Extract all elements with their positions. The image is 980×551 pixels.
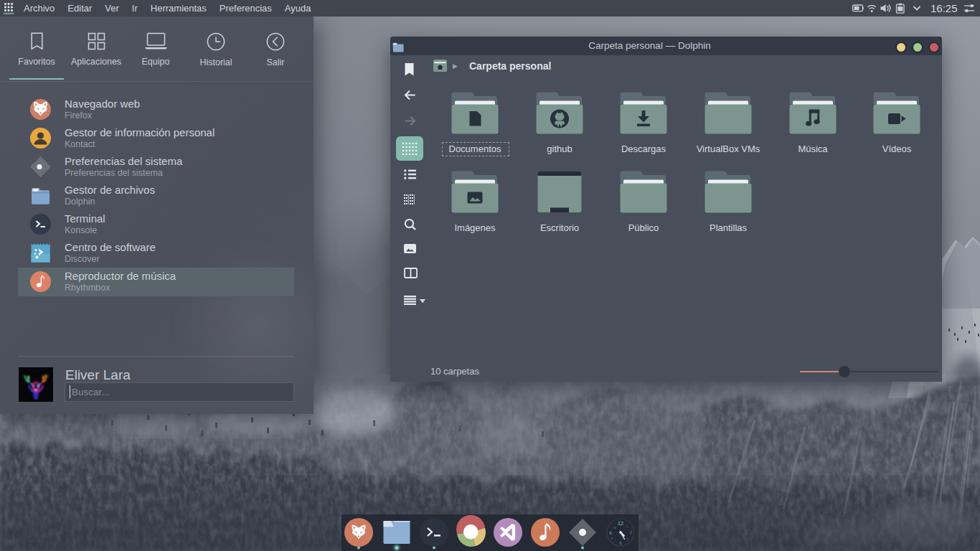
svg-text:12: 12 [618,521,623,526]
svg-text:8: 8 [611,537,613,540]
svg-text:1: 1 [627,526,628,529]
svg-text:16:25: 16:25 [930,2,958,14]
svg-text:5: 5 [627,538,628,541]
svg-text:10: 10 [613,527,616,529]
